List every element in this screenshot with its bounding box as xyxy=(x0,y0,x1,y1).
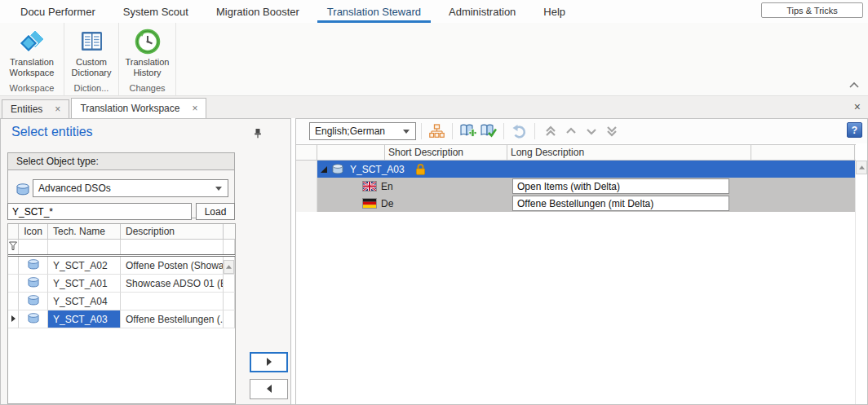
document-tab-strip: Entities × Translation Workspace × × xyxy=(0,96,868,118)
table-row[interactable]: Y_SCT_A04 xyxy=(8,293,235,310)
dropdown-value: English;German xyxy=(315,125,385,137)
collapse-ribbon-icon[interactable] xyxy=(848,77,860,92)
pin-icon[interactable] xyxy=(253,127,263,142)
ribbon-group-label: Diction... xyxy=(74,83,109,95)
description-cell[interactable] xyxy=(121,293,224,310)
long-description-input-en[interactable] xyxy=(512,178,729,194)
language-pair-dropdown[interactable]: English;German xyxy=(309,122,416,140)
scrollbar-up-icon[interactable] xyxy=(224,260,234,274)
translation-workspace-panel: English;German xyxy=(295,118,868,405)
menu-item-migration-booster[interactable]: Migration Booster xyxy=(202,0,313,23)
translation-history-button[interactable]: Translation History xyxy=(121,26,175,78)
ribbon-group-label: Workspace xyxy=(10,83,55,95)
ribbon-group-workspace: Translation Workspace Workspace xyxy=(0,23,64,95)
tech-name-cell[interactable]: Y_SCT_A02 xyxy=(48,257,121,275)
filter-cell[interactable] xyxy=(19,240,48,254)
column-header-long-description[interactable]: Long Description xyxy=(507,145,751,160)
help-button[interactable]: ? xyxy=(847,122,862,138)
language-row-en[interactable]: En xyxy=(296,178,855,195)
load-button[interactable]: Load xyxy=(196,203,235,220)
uk-flag-icon xyxy=(362,181,377,191)
filter-row xyxy=(8,240,235,257)
tips-and-tricks-button[interactable]: Tips & Tricks xyxy=(761,2,863,18)
table-header-row: Icon Tech. Name Description xyxy=(8,224,235,240)
left-triangle-icon xyxy=(266,382,272,397)
tab-label: Translation Workspace xyxy=(80,103,179,114)
scrollbar-up-icon[interactable] xyxy=(856,161,867,174)
filter-funnel-icon xyxy=(9,241,17,253)
ribbon-button-label: Custom Dictionary xyxy=(64,57,118,78)
menu-bar: Docu Performer System Scout Migration Bo… xyxy=(0,0,868,23)
ribbon-group-changes: Translation History Changes xyxy=(119,23,176,95)
database-icon xyxy=(16,183,30,199)
entity-row[interactable]: Y_SCT_A03 xyxy=(296,161,855,178)
tech-name-cell[interactable]: Y_SCT_A04 xyxy=(48,293,121,310)
database-icon xyxy=(331,164,344,174)
close-icon[interactable]: × xyxy=(192,103,197,113)
tab-translation-workspace[interactable]: Translation Workspace × xyxy=(71,98,206,118)
dropdown-value: Advanced DSOs xyxy=(38,183,111,194)
menu-item-help[interactable]: Help xyxy=(529,0,579,23)
translation-workspace-button[interactable]: Translation Workspace xyxy=(5,26,59,78)
application-window: Docu Performer System Scout Migration Bo… xyxy=(0,0,868,405)
close-icon[interactable]: × xyxy=(55,104,60,114)
tree-expanded-icon[interactable] xyxy=(320,165,328,174)
description-cell[interactable]: Offene Posten (Showa... xyxy=(121,257,224,275)
row-indicator-icon xyxy=(11,314,16,325)
panel-title: Select entities xyxy=(11,125,93,139)
confirm-translation-icon[interactable] xyxy=(478,122,498,140)
ribbon-button-label: Translation Workspace xyxy=(5,57,59,78)
menu-item-translation-steward[interactable]: Translation Steward xyxy=(313,0,435,23)
long-description-input-de[interactable] xyxy=(512,196,729,211)
language-row-de[interactable]: De xyxy=(296,195,855,212)
history-clock-icon xyxy=(121,26,175,57)
select-entities-panel: Select entities Select Object type: Adva… xyxy=(0,118,291,405)
filter-cell[interactable] xyxy=(121,240,224,254)
close-icon[interactable]: × xyxy=(854,101,861,112)
description-cell[interactable]: Offene Bestellungen (... xyxy=(121,310,224,328)
menu-item-docu-performer[interactable]: Docu Performer xyxy=(7,0,109,23)
chevron-down-icon xyxy=(403,130,410,134)
table-row[interactable]: Y_SCT_A01 Showcase ADSO 01 (B... xyxy=(8,275,235,293)
remove-entity-button[interactable] xyxy=(250,379,288,399)
ribbon-group-dictionary: Custom Dictionary Diction... xyxy=(64,23,119,95)
chevron-down-icon xyxy=(215,187,222,191)
vertical-scrollbar[interactable] xyxy=(855,161,867,404)
double-chevron-up-icon[interactable] xyxy=(540,122,560,140)
tech-name-cell-selected[interactable]: Y_SCT_A03 xyxy=(48,310,121,328)
tab-entities[interactable]: Entities × xyxy=(2,99,69,118)
ribbon-button-label: Translation History xyxy=(121,57,175,78)
column-header-icon[interactable]: Icon xyxy=(19,224,48,240)
double-chevron-down-icon[interactable] xyxy=(601,122,622,140)
entity-search-input[interactable] xyxy=(7,203,192,220)
entity-name: Y_SCT_A03 xyxy=(350,164,405,175)
lock-icon xyxy=(415,163,426,175)
table-row[interactable]: Y_SCT_A02 Offene Posten (Showa... xyxy=(8,257,235,275)
add-entity-button[interactable] xyxy=(250,352,288,372)
toolbar-separator xyxy=(452,123,453,139)
language-code: De xyxy=(381,198,393,209)
table-row-selected[interactable]: Y_SCT_A03 Offene Bestellungen (... xyxy=(8,310,235,328)
description-cell[interactable]: Showcase ADSO 01 (B... xyxy=(121,275,224,293)
chevron-down-icon[interactable] xyxy=(581,122,601,140)
translation-workspace-diamond-icon xyxy=(5,26,59,57)
object-type-header: Select Object type: xyxy=(8,153,234,170)
add-to-dictionary-icon[interactable] xyxy=(458,122,478,140)
column-header-short-description[interactable]: Short Description xyxy=(385,145,507,160)
menu-item-system-scout[interactable]: System Scout xyxy=(109,0,202,23)
undo-icon[interactable] xyxy=(509,122,529,140)
toolbar-separator xyxy=(421,123,422,139)
toolbar-separator xyxy=(534,123,535,139)
column-header-description[interactable]: Description xyxy=(121,224,224,240)
custom-dictionary-button[interactable]: Custom Dictionary xyxy=(64,26,118,78)
tech-name-cell[interactable]: Y_SCT_A01 xyxy=(48,275,121,293)
column-header-tech-name[interactable]: Tech. Name xyxy=(48,224,121,240)
database-icon xyxy=(27,313,40,326)
chevron-up-icon[interactable] xyxy=(560,122,581,140)
object-type-dropdown[interactable]: Advanced DSOs xyxy=(33,179,228,197)
translation-toolbar: English;German xyxy=(296,119,867,143)
ribbon-group-label: Changes xyxy=(129,83,165,95)
filter-cell[interactable] xyxy=(48,240,121,254)
menu-item-administration[interactable]: Administration xyxy=(435,0,529,23)
hierarchy-icon[interactable] xyxy=(427,122,447,140)
